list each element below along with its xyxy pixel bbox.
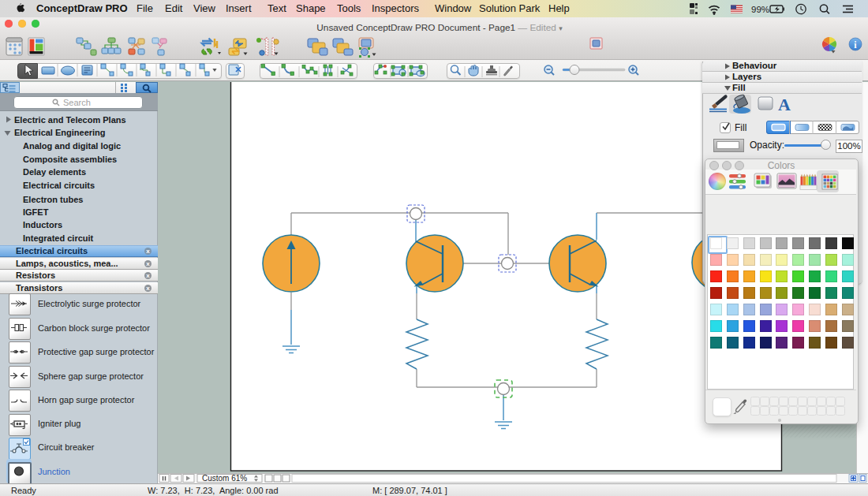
svg-text:Custom 61%: Custom 61% <box>202 474 247 483</box>
svg-text:A: A <box>778 95 791 114</box>
svg-text:99%: 99% <box>751 5 769 14</box>
